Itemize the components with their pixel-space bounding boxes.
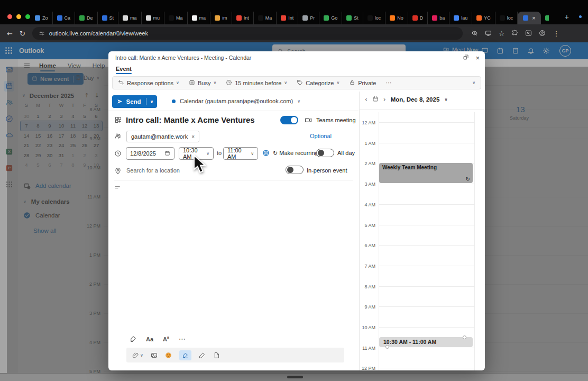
profile-icon[interactable] [539, 30, 546, 38]
font-size-icon[interactable]: Aa [163, 335, 169, 343]
chevron-left-icon[interactable]: ‹ [365, 96, 368, 103]
toolbar-categorize[interactable]: Categorize∨ [297, 79, 339, 86]
optional-button[interactable]: Optional [310, 133, 332, 139]
browser-tab[interactable]: lau [449, 12, 472, 24]
teams-meeting-toggle[interactable] [280, 116, 298, 124]
browser-tab[interactable]: Int [277, 12, 298, 24]
reload-icon[interactable]: ↻ [20, 30, 25, 38]
hour-line [379, 225, 474, 225]
browser-tab[interactable]: Pr [298, 12, 319, 24]
site-settings-icon[interactable] [39, 30, 45, 37]
chevron-down-icon: ∨ [213, 80, 216, 85]
preview-date-label[interactable]: Mon, Dec 8, 2025 [391, 96, 440, 103]
document-icon[interactable] [213, 352, 220, 359]
maximize-window-icon[interactable] [25, 14, 30, 19]
browser-tab[interactable]: im [210, 12, 232, 24]
resize-handle[interactable] [463, 335, 466, 339]
browser-tab[interactable]: St [541, 12, 549, 24]
chevron-right-icon[interactable]: › [383, 96, 386, 103]
browser-tab[interactable]: Ma [164, 12, 188, 24]
event-body-editor[interactable] [126, 184, 348, 326]
browser-tab[interactable]: Zo [31, 12, 53, 24]
bottom-strip [0, 373, 588, 381]
calendar-event[interactable]: 10:30 AM - 11:00 AM [379, 337, 473, 347]
new-tab-button[interactable]: + [562, 13, 572, 21]
browser-actions: ☆⋮ [471, 30, 560, 38]
make-recurring-button[interactable]: ↻ Make recurring [273, 150, 318, 157]
event-title-input[interactable]: Intro call: Mantle x Acme Ventures [126, 115, 255, 124]
tab-event[interactable]: Event [116, 66, 132, 72]
browser-tab[interactable]: Ma [254, 12, 277, 24]
toolbar-private-lock[interactable]: Private [349, 79, 376, 86]
browser-tab[interactable]: Go [319, 12, 342, 24]
clock-icon [114, 149, 122, 158]
resize-handle[interactable] [385, 345, 389, 349]
browser-tab[interactable]: mu [142, 12, 165, 24]
menu-kebab-icon[interactable]: ⋮ [553, 30, 559, 38]
star-icon[interactable]: ☆ [499, 30, 505, 38]
extensions-icon[interactable] [511, 30, 518, 38]
brush-icon[interactable] [130, 335, 136, 343]
calendar-day-icon[interactable] [372, 96, 379, 103]
font-icon[interactable]: Aa [146, 335, 153, 343]
more-icon[interactable]: ⋯ [179, 335, 186, 343]
draw-icon[interactable] [199, 352, 206, 359]
browser-tab[interactable]: × [518, 12, 540, 24]
minimize-window-icon[interactable] [16, 14, 21, 19]
back-icon[interactable]: ← [7, 30, 13, 38]
send-button[interactable]: Send ∨ [112, 95, 157, 108]
in-person-toggle[interactable] [286, 166, 304, 174]
calendar-selector[interactable]: Calendar (gautam.paranjape@outlook.com) … [172, 98, 300, 104]
chevron-down-icon[interactable]: ∨ [444, 97, 448, 102]
browser-tab[interactable]: YC [472, 12, 495, 24]
attendee-chip[interactable]: gautam@mantle.work × [126, 131, 199, 142]
popout-icon[interactable] [463, 54, 469, 61]
all-day-toggle[interactable] [316, 149, 334, 157]
browser-tab[interactable]: ma [118, 12, 142, 24]
browser-tab[interactable]: D [408, 12, 428, 24]
timezone-globe-icon[interactable] [262, 149, 270, 157]
send-options-chevron-icon[interactable]: ∨ [146, 99, 158, 104]
calendar-color-dot [172, 99, 176, 103]
close-window-icon[interactable] [7, 14, 12, 19]
browser-tab[interactable]: St [342, 12, 363, 24]
cast-icon[interactable] [485, 30, 492, 38]
tab-search-icon[interactable] [525, 30, 532, 38]
url-text: outlook.live.com/calendar/0/view/week [49, 30, 148, 37]
toolbar-expand-icon[interactable]: ∨ [472, 80, 475, 85]
toolbar-reminder-clock[interactable]: 15 minutes before∨ [226, 79, 287, 86]
date-picker-icon[interactable] [164, 150, 170, 157]
address-bar[interactable]: outlook.live.com/calendar/0/view/week [32, 27, 463, 40]
calendar-event[interactable]: Weekly Team Meeting↻ [379, 163, 473, 183]
toolbar-response-options[interactable]: Response options∨ [118, 79, 179, 86]
browser-tab[interactable]: St [98, 12, 119, 24]
browser-tab[interactable]: Ca [53, 12, 76, 24]
drag-handle[interactable] [287, 376, 303, 378]
attach-icon[interactable]: ∨ [132, 352, 143, 359]
browser-tab[interactable]: loc [363, 12, 386, 24]
emoji-icon[interactable] [165, 352, 172, 359]
remove-attendee-icon[interactable]: × [191, 134, 195, 140]
browser-tab[interactable]: No [385, 12, 408, 24]
hour-line [379, 286, 474, 287]
toolbar-busy[interactable]: Busy∨ [189, 79, 216, 86]
password-eye-icon[interactable] [471, 30, 478, 38]
image-icon[interactable] [151, 352, 158, 359]
end-time-input[interactable]: 11:00 AM ∨ [223, 147, 258, 160]
hour-label: 8 AM [360, 284, 375, 289]
browser-tab[interactable]: loc [495, 12, 518, 24]
location-input[interactable]: Search for a location [126, 167, 180, 174]
tab-favicon-icon [412, 15, 418, 21]
window-controls[interactable] [7, 14, 30, 19]
tab-close-icon[interactable]: × [532, 15, 535, 21]
browser-tab[interactable]: ma [188, 12, 211, 24]
browser-tab[interactable]: ba [428, 12, 449, 24]
browser-tab[interactable]: Int [232, 12, 254, 24]
close-icon[interactable]: × [475, 54, 480, 62]
browser-tab[interactable]: De [75, 12, 98, 24]
date-input[interactable]: 12/8/2025 [126, 147, 174, 160]
chevron-down-icon[interactable]: ∨ [251, 151, 254, 156]
toolbar-more[interactable]: ⋯ [385, 79, 391, 86]
signature-icon[interactable] [179, 350, 191, 360]
hour-label: 5 AM [360, 223, 375, 228]
